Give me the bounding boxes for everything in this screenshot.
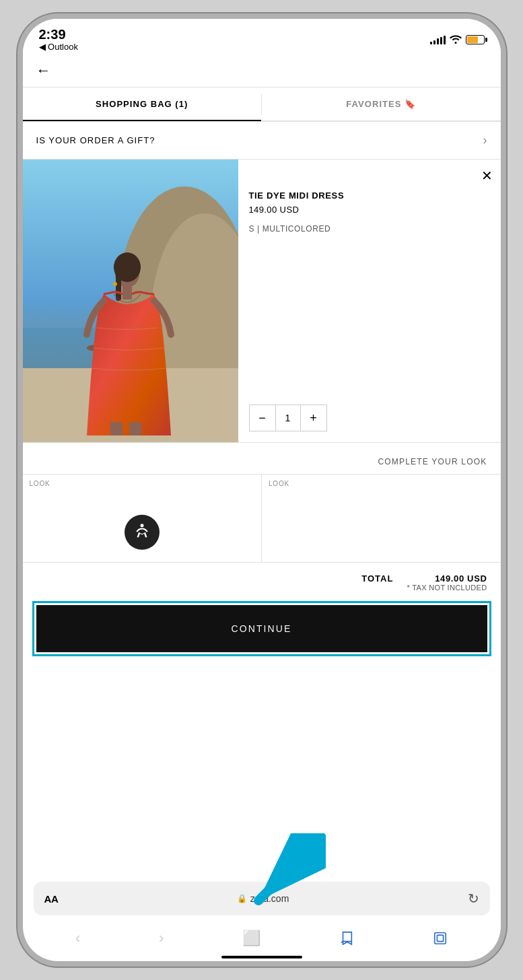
quantity-value: 1 — [275, 405, 301, 431]
status-icons — [430, 34, 485, 46]
back-button[interactable]: ← — [36, 62, 51, 79]
status-time: 2:39 — [39, 28, 78, 41]
total-row: TOTAL 149.00 USD * TAX NOT INCLUDED — [23, 563, 501, 597]
product-price: 149.00 USD — [249, 205, 490, 215]
total-price: 149.00 USD — [407, 573, 487, 584]
browser-bar: AA 🔒 zara.com ↻ — [34, 882, 490, 915]
share-button[interactable]: ⬜ — [237, 924, 266, 952]
svg-point-10 — [113, 282, 117, 286]
product-variant: S | MULTICOLORED — [249, 224, 490, 234]
svg-rect-12 — [129, 422, 141, 435]
complete-look-label: COMPLETE YOUR LOOK — [378, 457, 487, 466]
bookmarks-button[interactable] — [334, 925, 359, 951]
product-details: ✕ TIE DYE MIDI DRESS 149.00 USD S | MULT… — [238, 160, 501, 442]
tab-shopping-bag[interactable]: SHOPPING BAG (1) — [23, 88, 262, 121]
look-card-1[interactable]: LOOK — [23, 475, 263, 562]
svg-rect-17 — [437, 935, 443, 941]
product-card: ✕ TIE DYE MIDI DRESS 149.00 USD S | MULT… — [23, 160, 501, 443]
look-label-1: LOOK — [30, 480, 50, 487]
battery-icon — [466, 35, 485, 44]
back-nav-button[interactable]: ‹ — [70, 924, 85, 952]
tabs-button[interactable] — [427, 925, 453, 951]
look-row: LOOK LOOK — [23, 475, 501, 563]
product-name: TIE DYE MIDI DRESS — [249, 190, 490, 201]
quantity-increase-button[interactable]: + — [301, 405, 326, 431]
home-indicator — [221, 956, 302, 958]
safari-nav: ‹ › ⬜ — [23, 921, 501, 956]
svg-rect-11 — [110, 422, 123, 435]
total-label: TOTAL — [361, 573, 393, 584]
close-button[interactable]: ✕ — [481, 168, 493, 184]
browser-aa[interactable]: AA — [44, 893, 59, 905]
gift-text: IS YOUR ORDER A GIFT? — [36, 135, 155, 145]
gift-row[interactable]: IS YOUR ORDER A GIFT? › — [23, 122, 501, 160]
accessibility-icon — [125, 515, 160, 550]
quantity-decrease-button[interactable]: − — [250, 405, 275, 431]
look-card-2[interactable]: LOOK — [262, 475, 501, 562]
reload-icon[interactable]: ↻ — [468, 890, 479, 907]
wifi-icon — [450, 34, 462, 46]
total-price-col: 149.00 USD * TAX NOT INCLUDED — [407, 573, 487, 592]
tabs-bar: SHOPPING BAG (1) FAVORITES 🔖 — [23, 88, 501, 122]
look-label-2: LOOK — [269, 480, 289, 487]
nav-bar: ← — [23, 54, 501, 88]
svg-point-13 — [140, 524, 143, 527]
browser-url[interactable]: 🔒 zara.com — [237, 893, 289, 904]
tax-note: * TAX NOT INCLUDED — [407, 584, 487, 592]
chevron-right-icon: › — [483, 133, 487, 147]
lock-icon: 🔒 — [237, 894, 247, 903]
product-image — [23, 160, 238, 442]
status-back[interactable]: ◀ Outlook — [39, 42, 78, 52]
tab-favorites[interactable]: FAVORITES 🔖 — [262, 88, 501, 121]
status-left: 2:39 ◀ Outlook — [39, 28, 78, 52]
forward-nav-button[interactable]: › — [153, 924, 169, 952]
continue-button[interactable]: CONTINUE — [36, 605, 487, 652]
complete-look-section: COMPLETE YOUR LOOK — [23, 443, 501, 475]
continue-section: CONTINUE — [23, 597, 501, 652]
quantity-control: − 1 + — [249, 405, 327, 431]
status-bar: 2:39 ◀ Outlook — [23, 19, 501, 54]
svg-rect-9 — [123, 286, 132, 300]
signal-icon — [430, 35, 446, 44]
svg-rect-16 — [435, 933, 446, 944]
